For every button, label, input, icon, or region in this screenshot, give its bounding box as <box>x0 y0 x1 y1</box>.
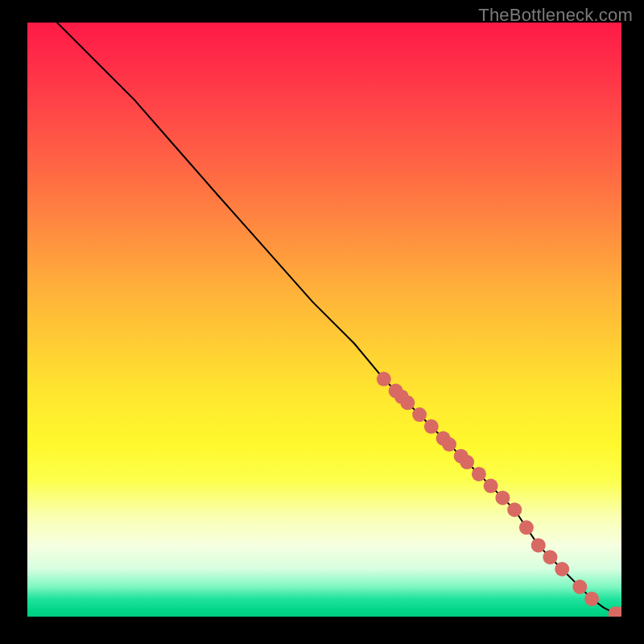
data-marker <box>543 550 557 564</box>
curve-svg <box>27 23 621 617</box>
data-marker <box>572 580 587 594</box>
bottleneck-curve-line <box>57 23 621 613</box>
data-marker <box>531 538 546 552</box>
data-marker <box>584 592 599 606</box>
data-marker <box>519 520 534 535</box>
plot-area <box>27 23 621 617</box>
data-marker <box>495 490 510 505</box>
data-marker <box>484 479 498 493</box>
data-marker <box>412 407 427 422</box>
data-marker <box>442 437 456 452</box>
data-marker <box>424 419 439 434</box>
data-marker <box>460 455 474 469</box>
data-marker <box>507 502 522 517</box>
data-marker <box>400 395 415 410</box>
data-marker <box>472 467 486 481</box>
watermark-text: TheBottleneck.com <box>478 5 633 26</box>
data-marker <box>377 372 391 386</box>
data-marker <box>555 562 569 576</box>
chart-frame: TheBottleneck.com <box>0 0 644 644</box>
